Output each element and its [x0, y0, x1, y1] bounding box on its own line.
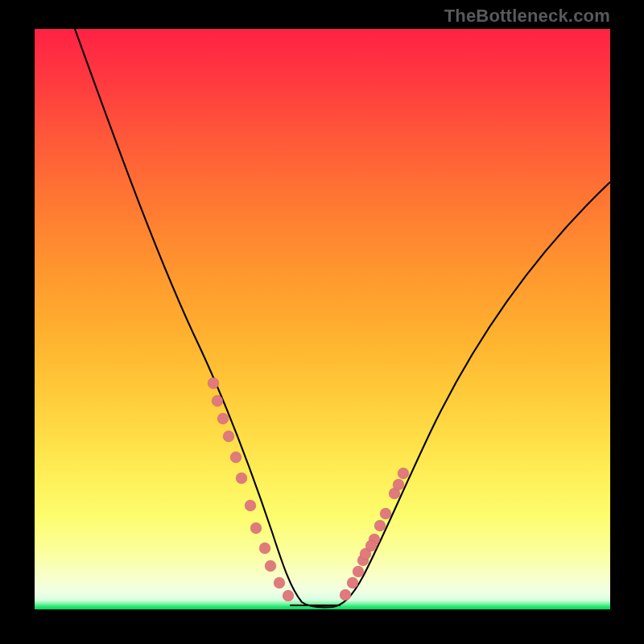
svg-point-11 [283, 590, 294, 601]
svg-point-23 [398, 468, 409, 479]
svg-point-12 [340, 589, 351, 601]
left-marker-cluster [208, 378, 294, 601]
svg-point-20 [380, 508, 391, 519]
chart-svg [35, 29, 610, 609]
svg-point-22 [393, 479, 404, 490]
plot-area [35, 29, 610, 609]
right-marker-cluster [340, 468, 409, 601]
svg-point-0 [208, 378, 219, 389]
svg-point-10 [274, 577, 285, 588]
svg-point-19 [374, 520, 386, 531]
svg-point-4 [230, 452, 242, 463]
svg-point-13 [347, 577, 358, 588]
svg-point-5 [236, 473, 247, 484]
svg-point-1 [212, 395, 223, 407]
svg-point-3 [223, 431, 234, 442]
attribution-text: TheBottleneck.com [444, 6, 610, 27]
chart-frame: TheBottleneck.com [0, 0, 644, 644]
svg-point-9 [265, 560, 276, 572]
svg-point-6 [245, 500, 256, 511]
svg-point-18 [365, 540, 377, 551]
svg-point-8 [259, 543, 270, 554]
svg-point-14 [353, 566, 364, 577]
bottleneck-curve [75, 29, 610, 607]
svg-point-7 [250, 522, 262, 534]
svg-point-2 [217, 413, 229, 424]
